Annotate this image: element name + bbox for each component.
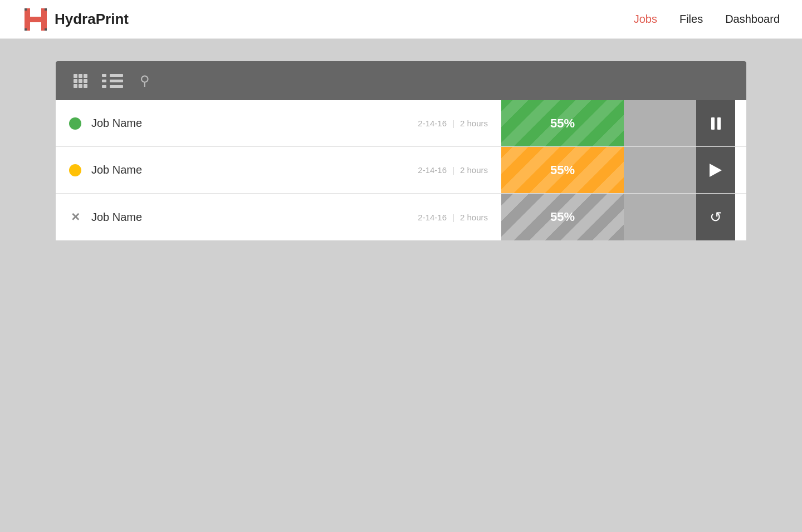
- grid-icon: [74, 74, 87, 88]
- logo-text-regular: Hydra: [55, 11, 96, 27]
- status-indicator-cancelled: ✕: [69, 211, 81, 223]
- nav-dashboard[interactable]: Dashboard: [725, 13, 780, 26]
- refresh-button[interactable]: ↻: [696, 194, 735, 240]
- job-hours: 2 hours: [460, 119, 488, 128]
- meta-separator: |: [452, 119, 454, 128]
- job-meta: 2-14-16 | 2 hours: [418, 119, 488, 128]
- grid-view-button[interactable]: [67, 67, 94, 94]
- logo-text-bold: Print: [96, 11, 129, 27]
- status-indicator-running: [69, 117, 81, 130]
- meta-separator: |: [452, 213, 454, 222]
- refresh-icon: ↻: [710, 209, 722, 226]
- table-row: Job Name 2-14-16 | 2 hours 55%: [56, 100, 746, 147]
- svg-rect-3: [25, 8, 27, 11]
- search-button[interactable]: ⚲: [131, 67, 158, 94]
- job-meta: 2-14-16 | 2 hours: [418, 165, 488, 175]
- logo: HydraPrint: [22, 6, 129, 33]
- list-view-button[interactable]: [99, 67, 126, 94]
- action-gap: [624, 194, 696, 240]
- job-hours: 2 hours: [460, 213, 488, 222]
- job-name: Job Name: [91, 164, 408, 176]
- svg-rect-2: [25, 17, 47, 22]
- job-date: 2-14-16: [418, 213, 447, 222]
- svg-rect-5: [25, 28, 27, 31]
- progress-section: 55%: [501, 100, 624, 146]
- progress-label: 55%: [550, 116, 575, 131]
- main-nav: Jobs Files Dashboard: [634, 13, 780, 26]
- play-button[interactable]: [696, 147, 735, 193]
- progress-label: 55%: [550, 210, 575, 224]
- job-info: Job Name 2-14-16 | 2 hours: [56, 147, 501, 193]
- table-row: Job Name 2-14-16 | 2 hours 55%: [56, 147, 746, 194]
- logo-icon: [22, 6, 49, 33]
- toolbar: ⚲: [56, 61, 746, 100]
- list-icon: [102, 74, 123, 88]
- job-hours: 2 hours: [460, 165, 488, 175]
- header: HydraPrint Jobs Files Dashboard: [0, 0, 802, 39]
- search-icon: ⚲: [140, 73, 150, 88]
- job-name: Job Name: [91, 117, 408, 130]
- job-date: 2-14-16: [418, 165, 447, 175]
- play-icon: [710, 164, 722, 177]
- job-date: 2-14-16: [418, 119, 447, 128]
- job-info: ✕ Job Name 2-14-16 | 2 hours: [56, 194, 501, 240]
- table-row: ✕ Job Name 2-14-16 | 2 hours 55% ↻: [56, 194, 746, 240]
- job-meta: 2-14-16 | 2 hours: [418, 213, 488, 222]
- nav-jobs[interactable]: Jobs: [634, 13, 657, 26]
- job-info: Job Name 2-14-16 | 2 hours: [56, 100, 501, 146]
- progress-label: 55%: [550, 163, 575, 178]
- progress-section: 55%: [501, 194, 624, 240]
- pause-button[interactable]: [696, 100, 735, 146]
- svg-rect-6: [45, 28, 47, 31]
- meta-separator: |: [452, 165, 454, 175]
- pause-icon: [711, 117, 721, 130]
- action-gap: [624, 100, 696, 146]
- nav-files[interactable]: Files: [679, 13, 703, 26]
- main-content: ⚲ Job Name 2-14-16 | 2 hours 55%: [0, 39, 802, 263]
- progress-section: 55%: [501, 147, 624, 193]
- job-name: Job Name: [91, 211, 408, 224]
- status-indicator-paused: [69, 164, 81, 176]
- svg-rect-4: [45, 8, 47, 11]
- logo-text: HydraPrint: [55, 11, 129, 28]
- jobs-list: Job Name 2-14-16 | 2 hours 55%: [56, 100, 746, 240]
- action-gap: [624, 147, 696, 193]
